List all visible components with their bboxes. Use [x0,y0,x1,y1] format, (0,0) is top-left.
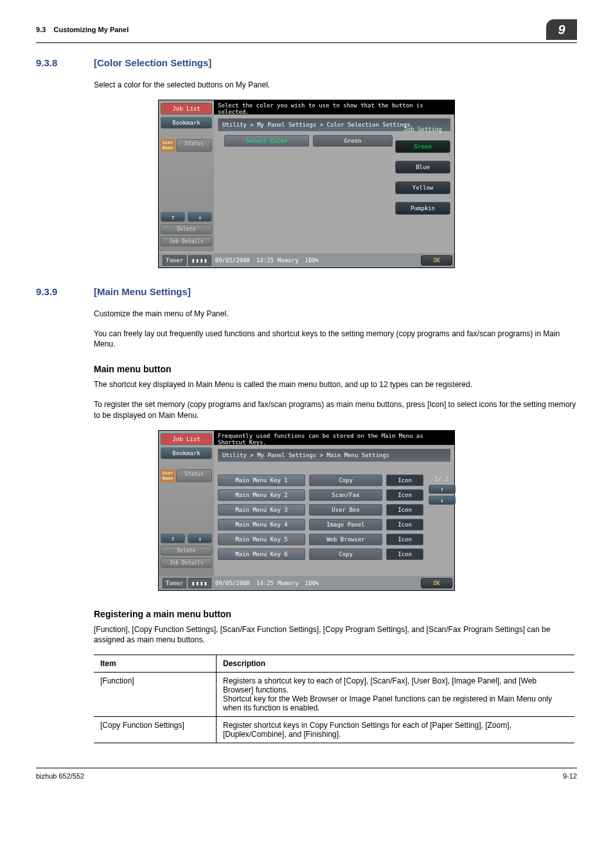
page-header: 9.3 Customizing My Panel 9 [36,19,577,40]
ok-button[interactable]: OK [421,255,452,266]
main-menu-p1: The shortcut key displayed in Main Menu … [94,379,577,390]
mm-val-5: Web Browser [309,534,382,545]
mm-val-4: Image Panel [309,519,382,530]
up-arrow-button[interactable]: ↑ [161,534,185,543]
mm-val-1: Copy [309,475,382,486]
color-green-button[interactable]: Green [395,140,450,153]
mm-icon-5[interactable]: Icon [386,534,423,545]
page-down-button[interactable]: ↓ [429,496,456,505]
job-details-button[interactable]: Job Details [161,558,212,568]
status-button[interactable]: Status [176,469,212,482]
job-details-button[interactable]: Job Details [161,237,212,246]
time-label: 14:25 [256,580,274,586]
delete-button[interactable]: Delete [161,546,212,556]
mm-val-6: Copy [309,548,382,560]
down-arrow-button[interactable]: ↓ [188,212,212,222]
mm-icon-6[interactable]: Icon [386,548,423,560]
down-arrow-button[interactable]: ↓ [188,534,212,543]
section-938-heading: 9.3.8 [Color Selection Settings] [36,57,577,68]
section-938-intro: Select a color for the selected buttons … [94,80,577,91]
mm-key-5[interactable]: Main Menu Key 5 [218,534,305,545]
time-label: 14:25 [256,257,274,264]
pager-label: 1/ 2 [429,476,454,482]
table-row: [Copy Function Settings] Register shortc… [94,717,574,743]
select-color-value: Green [313,135,393,147]
memory-pct: 100% [305,257,319,264]
bookmark-button[interactable]: Bookmark [161,117,212,129]
status-button[interactable]: Status [176,139,212,152]
table-header-desc: Description [217,655,575,673]
header-title: Customizing My Panel [54,26,129,33]
mm-val-3: User Box [309,504,382,516]
date-label: 09/05/2008 [215,580,250,586]
mm-key-4[interactable]: Main Menu Key 4 [218,519,305,530]
header-rule [36,42,577,43]
delete-button[interactable]: Delete [161,224,212,234]
mm-key-2[interactable]: Main Menu Key 2 [218,489,305,501]
color-settings-panel: Job List Bookmark User Name Status ↑ ↓ D… [158,100,455,268]
section-939-num: 9.3.9 [36,286,94,297]
section-939-title: [Main Menu Settings] [94,286,191,297]
mm-icon-2[interactable]: Icon [386,489,423,501]
main-menu-button-heading: Main menu button [94,364,577,374]
panel-message: Frequently used functions can be stored … [214,431,454,445]
settings-table: Item Description [Function] Registers a … [94,655,574,743]
breadcrumb: Utility > My Panel Settings > Main Menu … [218,449,450,462]
registering-heading: Registering a main menu button [94,609,577,619]
toner-icon: ▮▮▮▮ [188,578,211,588]
main-menu-p2: To register the set memory (copy program… [94,399,577,421]
mm-key-3[interactable]: Main Menu Key 3 [218,504,305,516]
table-row: Main Menu Key 2 Scan/Fax Icon [218,489,423,501]
job-setting-header: Job Setting [395,123,450,135]
mm-key-6[interactable]: Main Menu Key 6 [218,548,305,560]
section-939-intro: Customize the main menu of My Panel. [94,309,577,320]
memory-pct: 100% [305,580,319,586]
footer-right: 9-12 [563,772,577,780]
color-pumpkin-button[interactable]: Pumpkin [395,202,450,215]
page-footer: bizhub 652/552 9-12 [36,768,577,780]
mm-val-2: Scan/Fax [309,489,382,501]
section-939-heading: 9.3.9 [Main Menu Settings] [36,286,577,297]
mm-icon-4[interactable]: Icon [386,519,423,530]
mm-icon-1[interactable]: Icon [386,475,423,486]
cell-copyfn: [Copy Function Settings] [94,717,217,743]
color-blue-button[interactable]: Blue [395,161,450,174]
table-row: Main Menu Key 3 User Box Icon [218,504,423,516]
table-row: Main Menu Key 4 Image Panel Icon [218,519,423,530]
memory-label: Memory [278,257,299,264]
registering-intro: [Function], [Copy Function Settings], [S… [94,624,577,646]
toner-label: Toner [163,255,186,266]
bookmark-button[interactable]: Bookmark [161,448,212,459]
header-section-num: 9.3 [36,26,46,33]
cell-function-desc: Registers a shortcut key to each of [Cop… [217,673,575,717]
select-color-label: Select Color [224,135,309,147]
main-menu-panel: Job List Bookmark User Name Status ↑ ↓ D… [158,430,455,591]
job-list-button[interactable]: Job List [161,103,212,114]
up-arrow-button[interactable]: ↑ [161,212,185,222]
cell-copyfn-desc: Register shortcut keys in Copy Function … [217,717,575,743]
section-938-title: [Color Selection Settings] [94,57,211,68]
toner-icon: ▮▮▮▮ [188,255,211,266]
toner-label: Toner [163,578,186,588]
panel-message: Select the color you wish to use to show… [214,100,454,114]
panel-footer: Toner ▮▮▮▮ 09/05/2008 14:25 Memory 100% … [159,576,454,590]
mm-key-1[interactable]: Main Menu Key 1 [218,475,305,486]
memory-label: Memory [278,580,299,586]
page-up-button[interactable]: ↑ [429,485,456,494]
user-name-badge: User Name [161,469,175,482]
footer-left: bizhub 652/552 [36,772,84,780]
table-row: Main Menu Key 1 Copy Icon [218,475,423,486]
color-yellow-button[interactable]: Yellow [395,181,450,194]
cell-function: [Function] [94,673,217,717]
table-header-item: Item [94,655,217,673]
ok-button[interactable]: OK [421,578,452,588]
user-name-badge: User Name [161,139,175,152]
date-label: 09/05/2008 [215,257,250,264]
mm-icon-3[interactable]: Icon [386,504,423,516]
section-938-num: 9.3.8 [36,57,94,68]
chapter-tab: 9 [546,19,577,40]
section-939-para2: You can freely lay out frequently used f… [94,329,577,350]
panel-footer: Toner ▮▮▮▮ 09/05/2008 14:25 Memory 100% … [159,253,454,267]
job-list-button[interactable]: Job List [161,433,212,445]
table-row: Main Menu Key 6 Copy Icon [218,548,423,560]
